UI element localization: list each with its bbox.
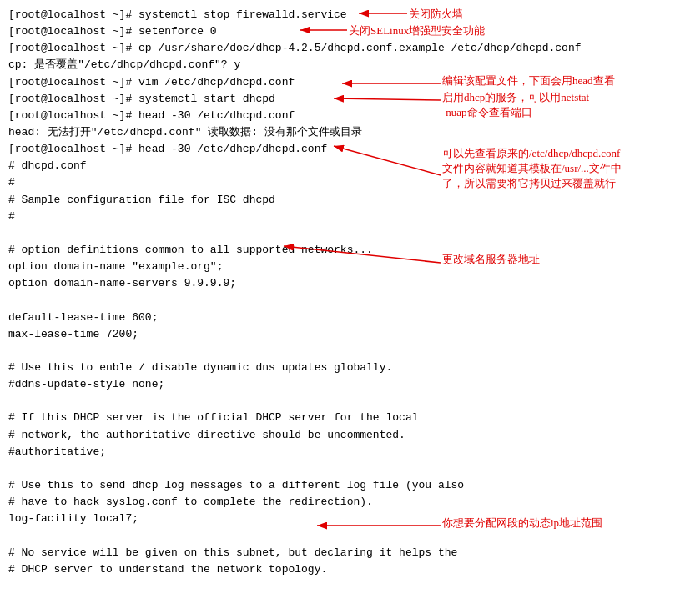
annotation-5: 可以先查看原来的/etc/dhcp/dhcpd.conf 文件内容就知道其模板在… bbox=[442, 146, 622, 192]
annotation-4: 启用dhcp的服务，可以用netstat -nuap命令查看端口 bbox=[442, 90, 589, 120]
annotation-6: 更改域名服务器地址 bbox=[442, 252, 540, 267]
annotation-3: 编辑该配置文件，下面会用head查看 bbox=[442, 73, 615, 88]
annotation-7: 你想要分配网段的动态ip地址范围 bbox=[442, 516, 602, 531]
annotation-2: 关闭SELinux增强型安全功能 bbox=[349, 23, 485, 38]
annotation-1: 关闭防火墙 bbox=[409, 7, 463, 22]
